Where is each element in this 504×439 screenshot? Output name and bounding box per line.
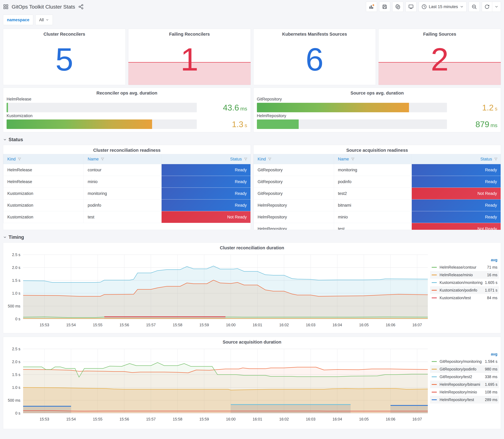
series-name: GitRepository/monitoring xyxy=(440,359,483,364)
chart-canvas[interactable]: 0 s500 ms1.0 s1.5 s2.0 s2.5 s15:5315:541… xyxy=(3,346,430,423)
gauge-track xyxy=(7,120,197,129)
panel-reconciler-ops: Reconciler ops avg. duration HelmRelease… xyxy=(3,88,251,132)
chart-canvas[interactable]: 0 s500 ms1.0 s1.5 s2.0 s2.5 s15:5315:541… xyxy=(3,252,430,329)
svg-text:0 s: 0 s xyxy=(15,317,20,321)
series-avg-value: 338 ms xyxy=(485,375,497,379)
time-range-picker[interactable]: Last 15 minutes xyxy=(419,2,467,12)
status-tables-row: Cluster reconciliation readiness KindNam… xyxy=(3,145,501,230)
status-badge: Ready xyxy=(161,188,250,199)
panel-title[interactable]: Cluster reconciliation readiness xyxy=(3,148,251,153)
panel-title[interactable]: Source ops avg. duration xyxy=(257,91,498,96)
series-color-dash xyxy=(432,267,437,268)
legend-item[interactable]: HelmRepository/minio108 ms xyxy=(430,388,499,396)
filter-icon[interactable] xyxy=(100,157,105,161)
svg-text:16:07: 16:07 xyxy=(412,323,422,327)
column-header-status[interactable]: Status xyxy=(412,154,501,164)
column-header-kind[interactable]: Kind xyxy=(3,154,84,164)
save-icon xyxy=(382,4,387,10)
tv-mode-button[interactable] xyxy=(406,2,417,12)
variable-label-namespace[interactable]: namespace xyxy=(3,15,33,25)
svg-text:2.0 s: 2.0 s xyxy=(12,265,20,270)
share-icon[interactable] xyxy=(78,4,84,10)
table-cell: Kustomization xyxy=(3,199,84,211)
dashboard-settings-button[interactable] xyxy=(392,2,403,12)
legend-item[interactable]: GitRepository/podinfo980 ms xyxy=(430,365,499,373)
legend-item[interactable]: GitRepository/test2338 ms xyxy=(430,373,499,380)
panel-title[interactable]: Failing Reconcilers xyxy=(128,32,251,37)
series-name: HelmRelease/contour xyxy=(440,265,485,269)
panel-cluster-readiness: Cluster reconciliation readiness KindNam… xyxy=(3,145,251,230)
table-cell: bitnami xyxy=(334,199,412,211)
panel-title[interactable]: Cluster Reconcilers xyxy=(3,32,125,37)
series-color-dash xyxy=(432,369,437,370)
svg-text:16:01: 16:01 xyxy=(253,323,262,327)
zoom-out-button[interactable] xyxy=(469,2,480,12)
section-header-status[interactable]: Status xyxy=(3,137,501,142)
filter-icon[interactable] xyxy=(494,157,498,161)
svg-text:15:55: 15:55 xyxy=(93,417,102,421)
stat-panel-failing-sources: Failing Sources 2 xyxy=(378,29,501,85)
legend-item[interactable]: Kustomization/podinfo1.071 s xyxy=(430,286,499,294)
series-name: HelmRepository/minio xyxy=(440,390,483,394)
table-row: KustomizationmonitoringReady xyxy=(3,188,251,199)
column-header-status[interactable]: Status xyxy=(161,154,250,164)
column-header-name[interactable]: Name xyxy=(84,154,161,164)
series-avg-value: 1.071 s xyxy=(485,288,497,293)
timeseries-plot[interactable]: 0 s500 ms1.0 s1.5 s2.0 s2.5 s15:5315:541… xyxy=(3,252,430,333)
panel-source-acquisition-duration: Source acquisition duration 0 s500 ms1.0… xyxy=(3,337,501,429)
series-color-dash xyxy=(432,377,437,377)
refresh-interval-button[interactable] xyxy=(492,2,501,12)
series-color-dash xyxy=(432,275,437,275)
series-avg-value: 1.605 s xyxy=(485,280,497,285)
chevron-down-icon xyxy=(494,5,499,9)
variable-value-dropdown[interactable]: All xyxy=(35,15,53,25)
timeseries-plot[interactable]: 0 s500 ms1.0 s1.5 s2.0 s2.5 s15:5315:541… xyxy=(3,346,430,429)
svg-text:16:01: 16:01 xyxy=(253,417,262,421)
gauge-label: HelmRepository xyxy=(257,113,498,118)
table-cell: HelmRelease xyxy=(3,176,84,188)
series-name: HelmRelease/minio xyxy=(440,273,485,277)
filter-icon[interactable] xyxy=(268,157,272,161)
refresh-icon xyxy=(484,4,490,10)
filter-icon[interactable] xyxy=(17,157,21,161)
series-avg-value: 84 ms xyxy=(487,296,497,300)
table-row: KustomizationtestNot Ready xyxy=(3,211,251,223)
legend-item[interactable]: HelmRepository/test289 ms xyxy=(430,396,499,403)
panel-title[interactable]: Kubernetes Manifests Sources xyxy=(254,32,376,37)
filter-icon[interactable] xyxy=(351,157,355,161)
legend-item[interactable]: HelmRepository/bitnami1.695 s xyxy=(430,380,499,388)
series-avg-value: 16 ms xyxy=(487,273,497,277)
save-dashboard-button[interactable] xyxy=(379,2,390,12)
legend-item[interactable]: Kustomization/monitoring1.605 s xyxy=(430,279,499,286)
section-header-timing[interactable]: Timing xyxy=(3,234,501,240)
column-header-name[interactable]: Name xyxy=(334,154,412,164)
svg-text:15:58: 15:58 xyxy=(173,417,182,421)
table-row: GitRepositorymonitoringReady xyxy=(254,164,501,176)
legend-item[interactable]: GitRepository/monitoring1.594 s xyxy=(430,358,499,365)
svg-text:16:07: 16:07 xyxy=(412,417,422,421)
svg-text:1.5 s: 1.5 s xyxy=(12,372,20,377)
add-panel-button[interactable] xyxy=(366,2,377,12)
stat-panel-cluster-reconcilers: Cluster Reconcilers 5 xyxy=(3,29,126,85)
table-row: HelmReleaseminioReady xyxy=(3,176,251,188)
stat-panel-failing-reconcilers: Failing Reconcilers 1 xyxy=(128,29,251,85)
refresh-button[interactable] xyxy=(482,2,492,12)
stat-value: 6 xyxy=(254,43,376,75)
panel-title[interactable]: Cluster reconciliation duration xyxy=(3,245,501,250)
column-header-kind[interactable]: Kind xyxy=(254,154,334,164)
legend-item[interactable]: HelmRelease/minio16 ms xyxy=(430,271,499,279)
filter-icon[interactable] xyxy=(244,157,248,161)
dashboard-grid-icon[interactable] xyxy=(3,4,9,10)
gauge-value: 879ms xyxy=(447,120,497,129)
panel-title[interactable]: Reconciler ops avg. duration xyxy=(7,91,247,96)
legend-item[interactable]: Kustomization/test84 ms xyxy=(430,294,499,302)
gauge-row: Kustomization1.3s xyxy=(7,113,247,129)
panel-title[interactable]: Source acquisition duration xyxy=(3,340,501,345)
series-avg-value: 71 ms xyxy=(487,265,497,269)
gauge-value: 43.6ms xyxy=(197,103,247,112)
svg-text:15:57: 15:57 xyxy=(146,323,156,327)
page-title: GitOps Toolkit Cluster Stats xyxy=(12,4,75,10)
panel-title[interactable]: Failing Sources xyxy=(379,32,501,37)
legend-item[interactable]: HelmRelease/contour71 ms xyxy=(430,263,499,271)
panel-title[interactable]: Source acquisition readiness xyxy=(254,148,501,153)
